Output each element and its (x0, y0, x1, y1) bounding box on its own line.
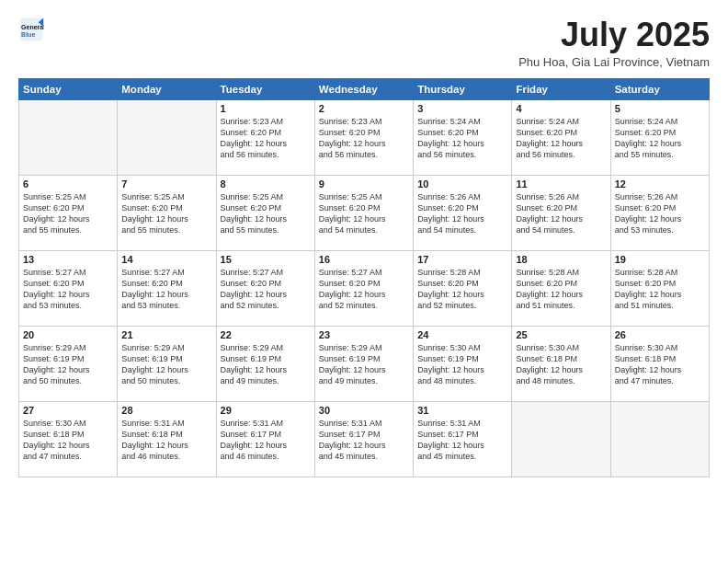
day-number: 31 (417, 405, 507, 416)
calendar-cell: 13Sunrise: 5:27 AM Sunset: 6:20 PM Dayli… (19, 250, 118, 326)
calendar-week-row: 27Sunrise: 5:30 AM Sunset: 6:18 PM Dayli… (19, 401, 710, 477)
day-number: 23 (319, 329, 409, 340)
calendar-week-row: 13Sunrise: 5:27 AM Sunset: 6:20 PM Dayli… (19, 250, 710, 326)
calendar-cell: 12Sunrise: 5:26 AM Sunset: 6:20 PM Dayli… (610, 175, 709, 250)
calendar-cell: 7Sunrise: 5:25 AM Sunset: 6:20 PM Daylig… (118, 175, 216, 250)
calendar-cell: 24Sunrise: 5:30 AM Sunset: 6:19 PM Dayli… (414, 326, 512, 401)
calendar-cell: 5Sunrise: 5:24 AM Sunset: 6:20 PM Daylig… (610, 99, 709, 175)
calendar-header-row: SundayMondayTuesdayWednesdayThursdayFrid… (19, 78, 710, 99)
main-title: July 2025 (518, 17, 710, 53)
day-info: Sunrise: 5:24 AM Sunset: 6:20 PM Dayligh… (615, 116, 705, 161)
day-number: 14 (121, 254, 211, 265)
calendar-cell: 3Sunrise: 5:24 AM Sunset: 6:20 PM Daylig… (414, 99, 512, 175)
calendar-cell (118, 99, 216, 175)
logo-icon: General Blue (18, 17, 44, 42)
day-of-week-header: Saturday (610, 78, 709, 99)
day-number: 30 (319, 405, 409, 416)
day-number: 12 (615, 178, 705, 190)
calendar-cell: 22Sunrise: 5:29 AM Sunset: 6:19 PM Dayli… (216, 326, 314, 401)
calendar-week-row: 1Sunrise: 5:23 AM Sunset: 6:20 PM Daylig… (19, 99, 710, 175)
day-info: Sunrise: 5:31 AM Sunset: 6:17 PM Dayligh… (221, 418, 311, 463)
day-number: 25 (516, 329, 606, 340)
day-info: Sunrise: 5:24 AM Sunset: 6:20 PM Dayligh… (417, 116, 507, 161)
calendar-week-row: 20Sunrise: 5:29 AM Sunset: 6:19 PM Dayli… (19, 326, 710, 401)
calendar-cell: 18Sunrise: 5:28 AM Sunset: 6:20 PM Dayli… (512, 250, 610, 326)
day-number: 5 (615, 103, 705, 114)
day-info: Sunrise: 5:29 AM Sunset: 6:19 PM Dayligh… (121, 342, 211, 387)
day-number: 21 (121, 329, 211, 340)
calendar-cell: 30Sunrise: 5:31 AM Sunset: 6:17 PM Dayli… (314, 401, 413, 477)
day-info: Sunrise: 5:30 AM Sunset: 6:18 PM Dayligh… (23, 418, 113, 463)
day-of-week-header: Monday (118, 78, 216, 99)
day-info: Sunrise: 5:25 AM Sunset: 6:20 PM Dayligh… (121, 191, 211, 236)
calendar-cell: 23Sunrise: 5:29 AM Sunset: 6:19 PM Dayli… (314, 326, 413, 401)
day-number: 27 (23, 405, 113, 416)
day-number: 28 (121, 405, 211, 416)
day-number: 8 (221, 178, 311, 190)
day-info: Sunrise: 5:25 AM Sunset: 6:20 PM Dayligh… (319, 191, 409, 236)
day-of-week-header: Thursday (414, 78, 512, 99)
logo: General Blue (18, 17, 44, 42)
day-number: 19 (615, 254, 705, 265)
day-number: 26 (615, 329, 705, 340)
day-info: Sunrise: 5:26 AM Sunset: 6:20 PM Dayligh… (516, 191, 606, 236)
day-info: Sunrise: 5:31 AM Sunset: 6:17 PM Dayligh… (417, 418, 507, 463)
calendar-cell: 14Sunrise: 5:27 AM Sunset: 6:20 PM Dayli… (118, 250, 216, 326)
day-info: Sunrise: 5:28 AM Sunset: 6:20 PM Dayligh… (615, 267, 705, 312)
day-info: Sunrise: 5:24 AM Sunset: 6:20 PM Dayligh… (516, 116, 606, 161)
calendar-cell: 29Sunrise: 5:31 AM Sunset: 6:17 PM Dayli… (216, 401, 314, 477)
calendar-cell: 2Sunrise: 5:23 AM Sunset: 6:20 PM Daylig… (314, 99, 413, 175)
day-number: 18 (516, 254, 606, 265)
page: General Blue July 2025 Phu Hoa, Gia Lai … (0, 0, 728, 563)
calendar-cell: 8Sunrise: 5:25 AM Sunset: 6:20 PM Daylig… (216, 175, 314, 250)
day-info: Sunrise: 5:25 AM Sunset: 6:20 PM Dayligh… (221, 191, 311, 236)
day-number: 2 (319, 103, 409, 114)
day-info: Sunrise: 5:23 AM Sunset: 6:20 PM Dayligh… (319, 116, 409, 161)
calendar-cell: 15Sunrise: 5:27 AM Sunset: 6:20 PM Dayli… (216, 250, 314, 326)
calendar-cell: 28Sunrise: 5:31 AM Sunset: 6:18 PM Dayli… (118, 401, 216, 477)
day-info: Sunrise: 5:26 AM Sunset: 6:20 PM Dayligh… (615, 191, 705, 236)
day-number: 1 (221, 103, 311, 114)
calendar-cell: 19Sunrise: 5:28 AM Sunset: 6:20 PM Dayli… (610, 250, 709, 326)
day-info: Sunrise: 5:27 AM Sunset: 6:20 PM Dayligh… (221, 267, 311, 312)
calendar-cell: 6Sunrise: 5:25 AM Sunset: 6:20 PM Daylig… (19, 175, 118, 250)
day-number: 24 (417, 329, 507, 340)
calendar-cell: 4Sunrise: 5:24 AM Sunset: 6:20 PM Daylig… (512, 99, 610, 175)
day-number: 15 (221, 254, 311, 265)
day-info: Sunrise: 5:30 AM Sunset: 6:18 PM Dayligh… (516, 342, 606, 387)
calendar-cell: 27Sunrise: 5:30 AM Sunset: 6:18 PM Dayli… (19, 401, 118, 477)
day-number: 9 (319, 178, 409, 190)
day-info: Sunrise: 5:27 AM Sunset: 6:20 PM Dayligh… (23, 267, 113, 312)
day-info: Sunrise: 5:29 AM Sunset: 6:19 PM Dayligh… (319, 342, 409, 387)
calendar-cell: 26Sunrise: 5:30 AM Sunset: 6:18 PM Dayli… (610, 326, 709, 401)
day-number: 4 (516, 103, 606, 114)
header: General Blue July 2025 Phu Hoa, Gia Lai … (18, 17, 710, 69)
day-number: 10 (417, 178, 507, 190)
day-number: 20 (23, 329, 113, 340)
day-info: Sunrise: 5:23 AM Sunset: 6:20 PM Dayligh… (221, 116, 311, 161)
day-info: Sunrise: 5:29 AM Sunset: 6:19 PM Dayligh… (221, 342, 311, 387)
calendar-cell: 9Sunrise: 5:25 AM Sunset: 6:20 PM Daylig… (314, 175, 413, 250)
day-info: Sunrise: 5:31 AM Sunset: 6:18 PM Dayligh… (121, 418, 211, 463)
calendar-cell: 25Sunrise: 5:30 AM Sunset: 6:18 PM Dayli… (512, 326, 610, 401)
calendar-cell: 10Sunrise: 5:26 AM Sunset: 6:20 PM Dayli… (414, 175, 512, 250)
day-info: Sunrise: 5:29 AM Sunset: 6:19 PM Dayligh… (23, 342, 113, 387)
day-of-week-header: Tuesday (216, 78, 314, 99)
day-info: Sunrise: 5:28 AM Sunset: 6:20 PM Dayligh… (516, 267, 606, 312)
day-number: 22 (221, 329, 311, 340)
day-number: 16 (319, 254, 409, 265)
day-of-week-header: Wednesday (314, 78, 413, 99)
calendar-cell: 11Sunrise: 5:26 AM Sunset: 6:20 PM Dayli… (512, 175, 610, 250)
day-number: 29 (221, 405, 311, 416)
calendar-week-row: 6Sunrise: 5:25 AM Sunset: 6:20 PM Daylig… (19, 175, 710, 250)
day-number: 17 (417, 254, 507, 265)
calendar-cell: 20Sunrise: 5:29 AM Sunset: 6:19 PM Dayli… (19, 326, 118, 401)
day-number: 11 (516, 178, 606, 190)
day-info: Sunrise: 5:30 AM Sunset: 6:18 PM Dayligh… (615, 342, 705, 387)
svg-text:General: General (21, 24, 44, 30)
day-info: Sunrise: 5:25 AM Sunset: 6:20 PM Dayligh… (23, 191, 113, 236)
title-block: July 2025 Phu Hoa, Gia Lai Province, Vie… (518, 17, 710, 69)
calendar-cell: 17Sunrise: 5:28 AM Sunset: 6:20 PM Dayli… (414, 250, 512, 326)
day-info: Sunrise: 5:31 AM Sunset: 6:17 PM Dayligh… (319, 418, 409, 463)
calendar-cell (19, 99, 118, 175)
